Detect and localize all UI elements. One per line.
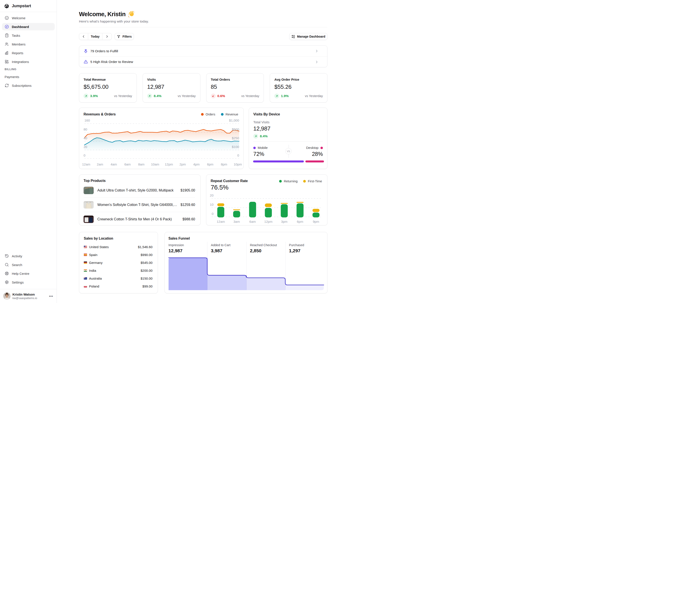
svg-text:3pm: 3pm [281,220,288,224]
svg-text:3am: 3am [233,220,240,224]
svg-text:12am: 12am [82,162,90,166]
svg-text:2pm: 2pm [179,162,186,166]
svg-text:6pm: 6pm [297,220,303,224]
svg-text:4am: 4am [111,162,117,166]
svg-text:20: 20 [210,193,213,197]
svg-text:12pm: 12pm [264,220,273,224]
svg-text:6am: 6am [249,220,256,224]
svg-text:10am: 10am [151,162,159,166]
svg-text:40: 40 [84,136,87,140]
svg-text:0: 0 [212,212,213,215]
svg-text:$1,000: $1,000 [229,118,239,122]
svg-text:8pm: 8pm [221,162,227,166]
svg-text:12pm: 12pm [165,162,173,166]
svg-text:$500: $500 [232,127,239,131]
svg-text:0: 0 [84,154,85,157]
svg-text:2am: 2am [97,162,103,166]
svg-text:10: 10 [210,203,213,206]
svg-text:80: 80 [84,127,87,131]
svg-text:6pm: 6pm [207,162,213,166]
svg-text:0: 0 [238,154,239,157]
svg-text:8am: 8am [138,162,144,166]
svg-text:$250: $250 [232,136,239,140]
svg-text:12am: 12am [217,220,225,224]
svg-text:$100: $100 [232,145,239,149]
svg-text:4pm: 4pm [193,162,200,166]
svg-text:9pm: 9pm [313,220,319,224]
svg-text:20: 20 [84,145,87,149]
svg-text:160: 160 [85,118,90,122]
svg-text:10pm: 10pm [234,162,242,166]
svg-text:6am: 6am [124,162,131,166]
